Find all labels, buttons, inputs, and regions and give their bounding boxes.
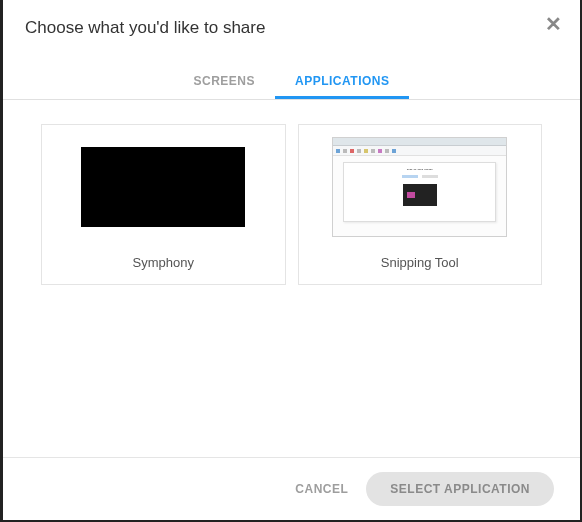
cancel-button[interactable]: CANCEL bbox=[295, 482, 348, 496]
thumbnail-image: •••• •• •••• •••••• bbox=[332, 137, 507, 237]
app-thumbnail bbox=[54, 137, 273, 237]
dialog-title: Choose what you'd like to share bbox=[25, 18, 558, 38]
dialog-footer: CANCEL SELECT APPLICATION bbox=[3, 458, 580, 520]
thumbnail-image bbox=[81, 147, 245, 227]
select-application-button[interactable]: SELECT APPLICATION bbox=[366, 472, 554, 506]
share-dialog: Choose what you'd like to share ✕ SCREEN… bbox=[3, 0, 580, 520]
tab-applications[interactable]: APPLICATIONS bbox=[275, 64, 409, 99]
app-label: Symphony bbox=[133, 255, 194, 270]
app-card-symphony[interactable]: Symphony bbox=[41, 124, 286, 285]
tab-screens[interactable]: SCREENS bbox=[174, 64, 276, 99]
app-label: Snipping Tool bbox=[381, 255, 459, 270]
tab-bar: SCREENS APPLICATIONS bbox=[3, 64, 580, 100]
dialog-header: Choose what you'd like to share ✕ bbox=[3, 0, 580, 48]
app-card-snipping-tool[interactable]: •••• •• •••• •••••• Snipping Tool bbox=[298, 124, 543, 285]
app-grid: Symphony •••• •• •••• •••••• bbox=[41, 124, 542, 285]
close-icon[interactable]: ✕ bbox=[545, 14, 562, 34]
app-thumbnail: •••• •• •••• •••••• bbox=[311, 137, 530, 237]
dialog-body[interactable]: Symphony •••• •• •••• •••••• bbox=[3, 100, 580, 458]
